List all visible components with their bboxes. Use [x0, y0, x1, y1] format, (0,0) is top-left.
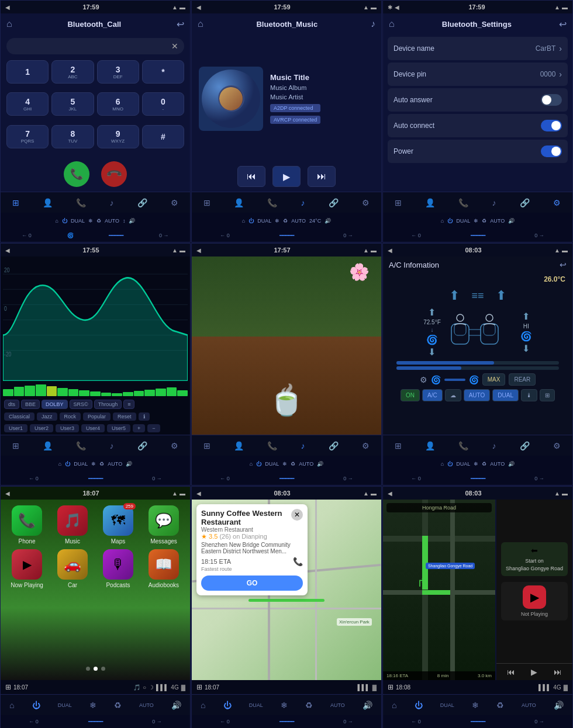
nav-grid-icon[interactable]: ⊞ [12, 198, 19, 207]
nav-link-icon-3[interactable]: 🔗 [520, 198, 530, 207]
climate-recirc-5[interactable]: ♻ [291, 461, 295, 467]
nav-user-icon-2[interactable]: 👤 [234, 198, 244, 207]
climate-power-5[interactable]: ⏻ [256, 461, 261, 467]
app-books-wrap[interactable]: 📖 Audiobooks [143, 549, 184, 588]
nav-user-icon-5[interactable]: 👤 [234, 441, 244, 450]
dialpad-key-4[interactable]: 4GHI [6, 92, 49, 116]
auto-answer-toggle[interactable] [541, 94, 562, 106]
page-dot-1[interactable] [86, 667, 90, 671]
ac-wind-btn[interactable]: ☁ [445, 389, 461, 401]
nav-snow-9[interactable]: ❄ [472, 701, 479, 710]
nav-music-icon-3[interactable]: ♪ [492, 198, 496, 207]
ac-gear-icon[interactable]: ⚙ [420, 375, 427, 384]
app-messages-icon[interactable]: 💬 [149, 505, 179, 536]
ac-on-btn[interactable]: ON [401, 389, 420, 401]
back-icon-1[interactable]: ◀ [5, 4, 10, 11]
nav-recirc-7[interactable]: ♻ [114, 701, 122, 710]
eq-options-btn[interactable]: ≡ [123, 400, 134, 409]
map-go-button[interactable]: GO [201, 576, 303, 591]
back-icon-8[interactable]: ◀ [196, 490, 201, 497]
home-icon-2[interactable]: ⌂ [198, 19, 203, 29]
nav-link-icon-5[interactable]: 🔗 [329, 441, 339, 450]
back-icon-9[interactable]: ◀ [388, 490, 392, 497]
climate-vol-icon-2[interactable]: 🔊 [325, 218, 331, 224]
eq-dolby-btn[interactable]: DOLBY [42, 400, 68, 409]
temp-slider-9[interactable]: ━━━━━ [471, 719, 485, 724]
eq-classical[interactable]: Classical [4, 412, 34, 421]
nav-settings-icon-5[interactable]: ⚙ [362, 441, 370, 450]
app-nowplaying-wrap[interactable]: ▶ Now Playing [6, 549, 47, 588]
eq-bbe-btn[interactable]: BBE [21, 400, 40, 409]
home-icon-3[interactable]: ⌂ [389, 19, 395, 29]
nav-settings-icon[interactable]: ⚙ [171, 198, 178, 207]
climate-snow-6[interactable]: ❄ [474, 461, 478, 467]
dialpad-key-1[interactable]: 1 [6, 60, 49, 84]
ac-back-btn[interactable]: ↩ [560, 260, 567, 269]
app-music-icon[interactable]: 🎵 [57, 505, 88, 536]
back-icon-4[interactable]: ◀ [5, 247, 10, 254]
back-btn-1[interactable]: ↩ [177, 19, 184, 30]
climate-recirculate-icon-3[interactable]: ♻ [482, 218, 486, 224]
climate-vol-icon-3[interactable]: 🔊 [508, 218, 515, 224]
nav-phone-icon-6[interactable]: 📞 [458, 441, 468, 450]
carplay-grid-icon[interactable]: ⊞ [5, 683, 11, 691]
nav-music-icon-2[interactable]: ♪ [301, 198, 305, 207]
map-close-btn[interactable]: ✕ [291, 509, 303, 521]
nav-music-icon[interactable]: ♪ [110, 198, 114, 207]
dialpad-key-hash[interactable]: # [142, 125, 184, 148]
nav-music-icon-5[interactable]: ♪ [301, 441, 305, 450]
app-music-wrap[interactable]: 🎵 Music [52, 505, 93, 545]
call-answer-button[interactable]: 📞 [64, 161, 89, 187]
map-content[interactable]: 📍 Xin'ercun Park Sunny Coffee Western Re… [192, 500, 381, 680]
dialpad-key-8[interactable]: 8TUV [51, 125, 94, 148]
ac-up-arrow-right[interactable]: ⬆ [522, 311, 530, 322]
nav-settings-icon-4[interactable]: ⚙ [171, 441, 178, 450]
dialpad-key-0[interactable]: 0- [142, 92, 184, 116]
temp-slider-4[interactable]: ━━━━━ [88, 476, 103, 481]
nav-vol-9[interactable]: 🔊 [554, 701, 564, 710]
eq-user5[interactable]: User5 [107, 424, 130, 432]
ac-fan-btn[interactable]: 🌀 [431, 375, 441, 384]
setting-auto-connect[interactable]: Auto connect [388, 114, 568, 137]
nav-grid-icon-6[interactable]: ⊞ [395, 441, 402, 450]
nav-settings-icon-6[interactable]: ⚙ [553, 441, 561, 450]
ac-rear-btn[interactable]: REAR [509, 373, 536, 386]
back-icon-6[interactable]: ◀ [388, 247, 392, 254]
back-icon-5[interactable]: ◀ [196, 247, 201, 254]
dialpad-key-5[interactable]: 5JKL [51, 92, 94, 116]
nav-vol-7[interactable]: 🔊 [171, 701, 181, 710]
climate-recirculate-icon[interactable]: ♻ [96, 218, 101, 224]
app-car-icon[interactable]: 🚗 [57, 549, 88, 580]
call-search-bar[interactable]: ✕ [6, 38, 184, 54]
climate-vol-icon[interactable]: 🔊 [129, 218, 135, 224]
climate-home-icon-2[interactable]: ⌂ [242, 218, 245, 224]
climate-recirc-6[interactable]: ♻ [482, 461, 486, 467]
play-button[interactable]: ▶ [272, 166, 301, 187]
temp-slider-2[interactable]: ━━━━━ [279, 233, 294, 238]
ac-down-arrow-right[interactable]: ⬇ [522, 343, 530, 354]
ac-slider-1[interactable] [396, 361, 558, 365]
nav-home-7[interactable]: ⌂ [9, 701, 14, 710]
climate-power-icon[interactable]: ⏻ [62, 218, 67, 224]
eq-through-btn[interactable]: Through [94, 400, 122, 409]
dialpad-key-star[interactable]: * [142, 60, 184, 84]
ac-defrost-btn[interactable]: 🌡 [521, 389, 537, 401]
back-icon-7[interactable]: ◀ [5, 490, 10, 497]
nav-link-icon-6[interactable]: 🔗 [520, 441, 530, 450]
ac-down-arrow-left[interactable]: ⬇ [428, 346, 436, 358]
nav-music-icon-6[interactable]: ♪ [492, 441, 496, 450]
app-books-icon[interactable]: 📖 [149, 549, 179, 580]
app-podcasts-wrap[interactable]: 🎙 Podcasts [98, 549, 139, 588]
app-nowplaying-icon[interactable]: ▶ [12, 549, 42, 580]
note-icon-2[interactable]: ♪ [371, 19, 375, 29]
climate-snow-icon-2[interactable]: ❄ [275, 218, 279, 224]
page-dot-2[interactable] [94, 667, 98, 671]
nav-snow-7[interactable]: ❄ [89, 701, 96, 710]
temp-slider[interactable]: ━━━━━ [109, 233, 123, 238]
climate-home-6[interactable]: ⌂ [441, 461, 444, 467]
setting-auto-answer[interactable]: Auto answer [388, 88, 568, 112]
split-grid-icon[interactable]: ⊞ [388, 683, 393, 691]
climate-recirc-4[interactable]: ♻ [99, 461, 104, 467]
eq-reset[interactable]: Reset [113, 412, 136, 421]
nav-link-icon[interactable]: 🔗 [137, 198, 147, 207]
